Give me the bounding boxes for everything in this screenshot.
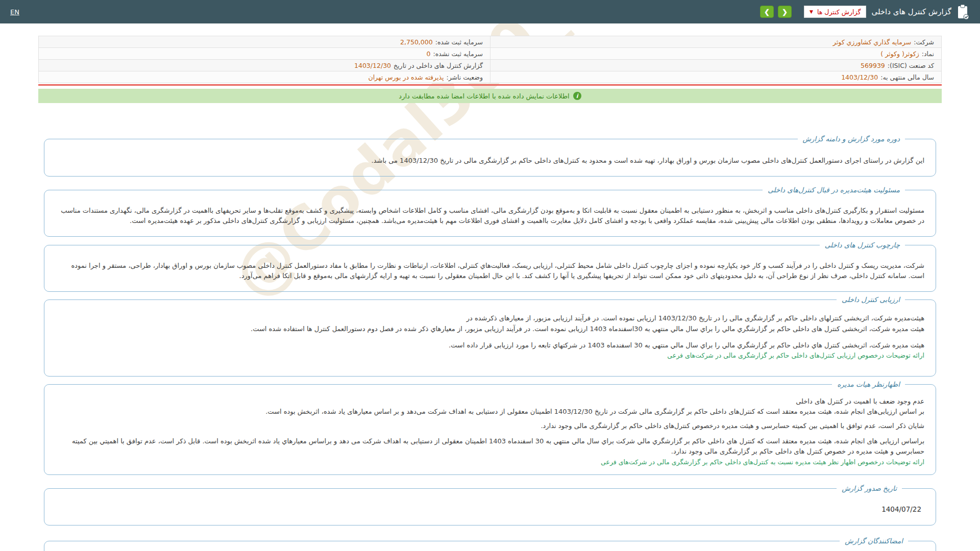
board-responsibility-text: مسئولیت استقرار و بکارگیری کنترل‌های داخ…: [56, 206, 924, 226]
company-value: سرمایه گذاري کشاورزي کوثر: [833, 38, 911, 46]
fiscal-year-value: 1403/12/30: [841, 73, 878, 81]
opinion-line-1: عدم وجود ضعف با اهمیت در کنترل های داخلی: [56, 396, 924, 407]
report-period-text: این گزارش در راستای اجرای دستورالعمل کنت…: [56, 156, 924, 166]
evaluation-line-2: هیئت مدیره شرکت، اثربخشی کنترل های داخلی…: [56, 324, 924, 334]
report-date-cell: گزارش کنترل های داخلی در تاریخ 1403/12/3…: [39, 60, 490, 71]
section-control-evaluation: ارزیابی کنترل داخلی هیئت‌مدیره شرکت، اثر…: [44, 294, 936, 376]
symbol-value: زکوثر( وکوثر ): [880, 50, 919, 58]
opinion-subsidiaries-link[interactable]: ارائه توضیحات درخصوص اظهار نظر هیئت مدیر…: [601, 457, 924, 467]
company-info-table: شرکت: سرمایه گذاري کشاورزي کوثر سرمایه ث…: [38, 36, 942, 83]
isic-code-label: کد صنعت (ISIC):: [888, 62, 934, 69]
section-control-evaluation-legend: ارزیابی کنترل داخلی: [837, 294, 905, 305]
top-header-bar: گزارش کنترل های داخلی گزارش کنترل ها ▼ ❮…: [0, 0, 980, 23]
issuer-status-label: وضعیت ناشر:: [446, 73, 483, 81]
table-row: نماد: زکوثر( وکوثر ) سرمایه ثبت نشده: 0: [39, 48, 941, 60]
section-report-period: دوره مورد گزارش و دامنه گزارش این گزارش …: [44, 134, 936, 177]
registered-capital-cell: سرمایه ثبت شده: 2,750,000: [39, 36, 490, 47]
red-divider: [38, 84, 942, 86]
signature-match-banner: i اطلاعات نمایش داده شده با اطلاعات امضا…: [38, 89, 942, 103]
section-control-framework-legend: چارچوب کنترل های داخلی: [820, 240, 905, 251]
section-issue-date-legend: تاریخ صدور گزارش: [837, 483, 902, 494]
opinion-paragraph: براساس ارزیابی های انجام شده، هیئت مدیره…: [56, 436, 924, 457]
fiscal-year-label: سال مالی منتهی به:: [880, 73, 934, 81]
registered-capital-value: 2,750,000: [400, 38, 433, 46]
evaluation-line-1: هیئت‌مدیره شرکت، اثربخشی کنترلهای داخلی …: [56, 313, 924, 323]
registered-capital-label: سرمایه ثبت شده:: [435, 38, 483, 46]
unregistered-capital-value: 0: [427, 50, 431, 58]
report-clipboard-icon: [957, 4, 970, 19]
issue-date-value: 1404/07/22: [59, 504, 921, 515]
section-board-responsibility-legend: مسئولیت هیئت‌مدیره در قبال کنترل‌های داخ…: [763, 185, 905, 195]
report-date-label: گزارش کنترل های داخلی در تاریخ: [394, 62, 483, 69]
table-row: کد صنعت (ISIC): 569939 گزارش کنترل های د…: [39, 60, 941, 71]
isic-code-cell: کد صنعت (ISIC): 569939: [490, 60, 941, 71]
report-date-value: 1403/12/30: [354, 62, 391, 69]
unregistered-capital-cell: سرمایه ثبت نشده: 0: [39, 48, 490, 59]
section-report-signers: امضاکنندگان گزارش نام و نام خانوادگی سمت…: [44, 536, 936, 551]
report-type-dropdown-label: گزارش کنترل ها: [817, 8, 861, 16]
unregistered-capital-label: سرمایه ثبت نشده:: [433, 50, 483, 58]
section-control-framework: چارچوب کنترل های داخلی شرکت، مدیریت ریسک…: [44, 240, 936, 292]
evaluation-line-3: هیئت مدیره شرکت، اثربخشی کنترل هاي داخلی…: [56, 340, 924, 350]
chevron-left-icon: ❯: [764, 8, 770, 16]
chevron-right-icon: ❮: [782, 8, 788, 16]
symbol-label: نماد:: [922, 50, 934, 58]
opinion-line-3: شایان ذکر است، عدم توافق با اهمیتی بین ک…: [56, 421, 924, 431]
company-name-cell: شرکت: سرمایه گذاري کشاورزي کوثر: [490, 36, 941, 47]
dropdown-caret-icon: ▼: [810, 9, 813, 14]
issuer-status-cell: وضعیت ناشر: پذیرفته شده در بورس تهران: [39, 71, 490, 83]
language-switch-link[interactable]: EN: [10, 8, 19, 16]
evaluation-subsidiaries-link[interactable]: ارائه توضیحات درخصوص ارزیابی کنترل‌های د…: [667, 350, 924, 360]
table-row: شرکت: سرمایه گذاري کشاورزي کوثر سرمایه ث…: [39, 36, 941, 48]
section-report-period-legend: دوره مورد گزارش و دامنه گزارش: [798, 134, 905, 144]
opinion-line-2: بر اساس ارزیابی‌های انجام شده، هیئت مدیر…: [56, 407, 924, 417]
banner-text: اطلاعات نمایش داده شده با اطلاعات امضا ش…: [399, 92, 569, 100]
section-issue-date: تاریخ صدور گزارش 1404/07/22: [44, 483, 936, 525]
section-board-opinion-legend: اظهارنظر هیات مدیره: [832, 379, 905, 390]
info-icon: i: [573, 92, 581, 100]
symbol-cell: نماد: زکوثر( وکوثر ): [490, 48, 941, 59]
table-row: سال مالی منتهی به: 1403/12/30 وضعیت ناشر…: [39, 71, 941, 83]
page-title: گزارش کنترل های داخلی: [871, 7, 951, 16]
section-board-opinion: اظهارنظر هیات مدیره عدم وجود ضعف با اهمی…: [44, 379, 936, 475]
company-label: شرکت:: [914, 38, 934, 46]
previous-report-button[interactable]: ❮: [778, 6, 792, 18]
control-framework-text: شرکت، مدیریت ریسک و کنترل داخلی را در فر…: [56, 261, 924, 281]
section-board-responsibility: مسئولیت هیئت‌مدیره در قبال کنترل‌های داخ…: [44, 185, 936, 237]
report-type-dropdown[interactable]: گزارش کنترل ها ▼: [804, 6, 866, 18]
fiscal-year-cell: سال مالی منتهی به: 1403/12/30: [490, 71, 941, 83]
section-report-signers-legend: امضاکنندگان گزارش: [840, 536, 908, 546]
next-report-button[interactable]: ❯: [760, 6, 774, 18]
issuer-status-value: پذیرفته شده در بورس تهران: [368, 73, 444, 81]
isic-code-value: 569939: [861, 62, 885, 69]
